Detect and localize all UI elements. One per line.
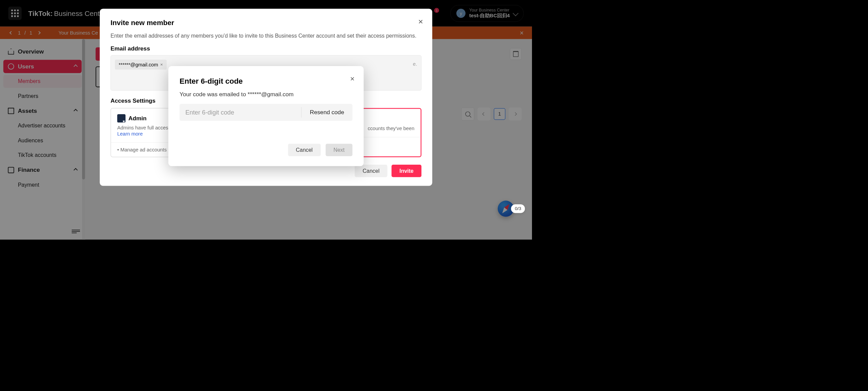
next-button[interactable]: Next xyxy=(326,144,352,156)
code-input-row: Resend code xyxy=(180,104,353,121)
cancel-button[interactable]: Cancel xyxy=(288,144,320,156)
code-modal-title: Enter 6-digit code xyxy=(180,77,353,86)
close-button[interactable]: × xyxy=(350,74,355,83)
resend-code-button[interactable]: Resend code xyxy=(301,104,352,121)
onboarding-progress: 0/3 xyxy=(511,204,525,213)
code-input[interactable] xyxy=(180,104,301,121)
code-modal-message: Your code was emailed to ******@gmail.co… xyxy=(180,91,353,98)
verification-code-modal: Enter 6-digit code × Your code was email… xyxy=(168,66,363,166)
